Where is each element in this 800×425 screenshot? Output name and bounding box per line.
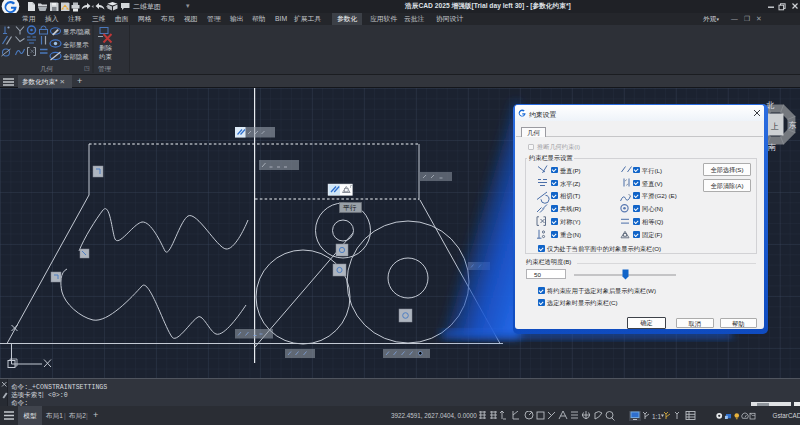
- svg-text:平行: 平行: [343, 204, 357, 212]
- svg-text:东: 东: [789, 121, 797, 130]
- svg-text:南: 南: [768, 143, 777, 152]
- svg-text:上: 上: [770, 122, 779, 131]
- svg-text:1:1: 1:1: [652, 413, 661, 420]
